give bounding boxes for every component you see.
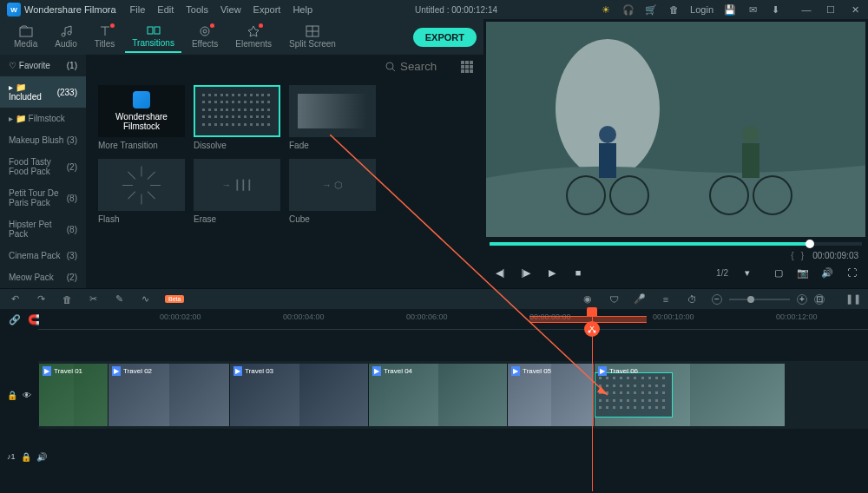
- timeline-clip[interactable]: ▶Travel 04: [368, 364, 507, 426]
- cart-icon[interactable]: 🛒: [645, 3, 657, 16]
- sidebar-item-makeup[interactable]: Makeup Blush(3): [0, 129, 86, 151]
- svg-rect-4: [155, 27, 160, 34]
- transition-erase[interactable]: → ┃┃┃ Erase: [194, 159, 280, 224]
- sun-icon[interactable]: ☀: [600, 3, 612, 16]
- menu-file[interactable]: File: [130, 4, 146, 15]
- color-icon[interactable]: ◉: [582, 293, 594, 306]
- cut-icon[interactable]: ✂: [87, 293, 99, 306]
- save-icon[interactable]: 💾: [724, 3, 736, 16]
- document-title: Untitled : 00:00:12:14: [316, 5, 596, 15]
- zoom-fit-icon[interactable]: ⊡: [814, 294, 825, 305]
- transition-cube[interactable]: → ⬡ Cube: [289, 159, 376, 224]
- tab-elements[interactable]: Elements: [228, 22, 279, 52]
- seek-bar[interactable]: [490, 242, 862, 246]
- menu-edit[interactable]: Edit: [157, 4, 174, 15]
- play-icon[interactable]: ▶: [545, 266, 559, 279]
- shield-icon[interactable]: 🛡: [608, 293, 620, 306]
- edit-icon[interactable]: ✎: [113, 293, 125, 306]
- transition-flash[interactable]: Flash: [98, 159, 185, 224]
- redo-icon[interactable]: ↷: [35, 293, 47, 306]
- speed-icon[interactable]: ⏱: [686, 293, 698, 306]
- search-box[interactable]: [385, 60, 452, 73]
- snapshot-icon[interactable]: 📷: [796, 266, 810, 279]
- volume-icon[interactable]: 🔊: [820, 266, 834, 279]
- sidebar-item-hipster[interactable]: Hipster Pet Pack(8): [0, 214, 86, 245]
- svg-rect-13: [599, 143, 616, 178]
- search-input[interactable]: [400, 60, 452, 73]
- timeline-clip[interactable]: ▶Travel 02: [108, 364, 229, 426]
- menu-export[interactable]: Export: [253, 4, 281, 15]
- transition-more[interactable]: Wondershare Filmstock More Transition: [98, 85, 185, 150]
- sidebar-item-favorite[interactable]: ♡ Favorite(1): [0, 55, 86, 76]
- mail-icon[interactable]: ✉: [746, 3, 759, 16]
- tab-audio[interactable]: Audio: [48, 22, 84, 52]
- svg-rect-17: [742, 143, 760, 178]
- transitions-grid: Wondershare Filmstock More Transition Di…: [86, 78, 483, 231]
- mic-icon[interactable]: 🎤: [634, 293, 646, 306]
- maximize-icon[interactable]: ☐: [825, 3, 837, 16]
- sidebar-item-meow[interactable]: Meow Pack(2): [0, 266, 86, 288]
- sidebar-item-cinema[interactable]: Cinema Pack(3): [0, 245, 86, 266]
- login-button[interactable]: Login: [690, 4, 713, 15]
- grid-view-icon[interactable]: [461, 61, 473, 73]
- menu-view[interactable]: View: [220, 4, 241, 15]
- pause-icon[interactable]: ❚❚: [847, 293, 859, 306]
- lock-icon[interactable]: 🔒: [21, 452, 31, 462]
- sidebar-item-paris[interactable]: Petit Tour De Paris Pack(8): [0, 182, 86, 214]
- mute-icon[interactable]: 🔊: [36, 452, 47, 462]
- timeline-clip[interactable]: ▶Travel 03: [229, 364, 368, 426]
- beta-badge: Beta: [165, 295, 184, 303]
- app-logo-icon: W: [7, 3, 21, 16]
- menu-tools[interactable]: Tools: [186, 4, 208, 15]
- tab-titles[interactable]: Titles: [88, 22, 122, 52]
- tab-splitscreen[interactable]: Split Screen: [282, 22, 343, 52]
- tab-effects[interactable]: Effects: [185, 22, 225, 52]
- video-preview[interactable]: [486, 22, 865, 237]
- zoom-out-icon[interactable]: −: [712, 294, 722, 305]
- media-tabs: Media Audio Titles Transitions Effects E…: [0, 19, 483, 55]
- link-icon[interactable]: 🔗: [9, 313, 21, 325]
- chevron-down-icon[interactable]: ▾: [740, 266, 754, 279]
- timeline-clip[interactable]: ▶Travel 05: [507, 364, 594, 426]
- zoom-ratio[interactable]: 1/2: [716, 268, 728, 278]
- svg-point-8: [386, 62, 393, 69]
- eye-icon[interactable]: 👁: [23, 391, 31, 400]
- svg-point-5: [201, 27, 209, 36]
- trash-icon[interactable]: 🗑: [667, 3, 680, 16]
- split-button[interactable]: [584, 321, 600, 337]
- tab-media[interactable]: Media: [7, 22, 44, 52]
- mixer-icon[interactable]: ≡: [660, 293, 672, 306]
- step-back-icon[interactable]: |▶: [519, 266, 533, 279]
- menu-help[interactable]: Help: [293, 4, 312, 15]
- prev-frame-icon[interactable]: ◀|: [493, 266, 507, 279]
- seek-handle[interactable]: [806, 240, 814, 248]
- audio-wave-icon[interactable]: ∿: [139, 293, 151, 306]
- delete-icon[interactable]: 🗑: [61, 293, 73, 306]
- timeline-clip[interactable]: ▶Travel 01: [38, 364, 108, 426]
- timeline-clip[interactable]: ▶Travel 06: [594, 364, 785, 426]
- svg-point-2: [68, 31, 71, 35]
- transition-fade[interactable]: Fade: [289, 85, 376, 150]
- headphone-icon[interactable]: 🎧: [622, 3, 635, 16]
- playhead[interactable]: [592, 309, 593, 491]
- tab-transitions[interactable]: Transitions: [125, 21, 181, 53]
- sidebar-item-included[interactable]: ▸ 📁 Included(233): [0, 76, 86, 108]
- transition-dissolve[interactable]: Dissolve: [194, 85, 280, 150]
- close-icon[interactable]: ✕: [849, 3, 861, 16]
- minimize-icon[interactable]: —: [800, 3, 812, 16]
- video-track: 🔒 👁 ▶Travel 01▶Travel 02▶Travel 03▶Trave…: [0, 361, 868, 429]
- svg-point-1: [62, 33, 65, 36]
- sidebar-item-filmstock[interactable]: ▸ 📁 Filmstock: [0, 108, 86, 129]
- zoom-in-icon[interactable]: +: [797, 294, 807, 305]
- zoom-slider[interactable]: [729, 299, 790, 300]
- time-ruler[interactable]: 00:00:02:00 00:00:04:00 00:00:06:00 00:0…: [38, 309, 868, 330]
- export-button[interactable]: EXPORT: [413, 28, 477, 47]
- sidebar-item-food[interactable]: Food Tasty Food Pack(2): [0, 151, 86, 182]
- undo-icon[interactable]: ↶: [9, 293, 21, 306]
- download-icon[interactable]: ⬇: [769, 3, 781, 16]
- quality-icon[interactable]: ▢: [772, 266, 786, 279]
- audio-track: ♪1 🔒 🔊: [0, 446, 868, 467]
- fullscreen-icon[interactable]: ⛶: [845, 266, 858, 279]
- stop-icon[interactable]: ■: [571, 266, 585, 279]
- lock-icon[interactable]: 🔒: [7, 391, 17, 400]
